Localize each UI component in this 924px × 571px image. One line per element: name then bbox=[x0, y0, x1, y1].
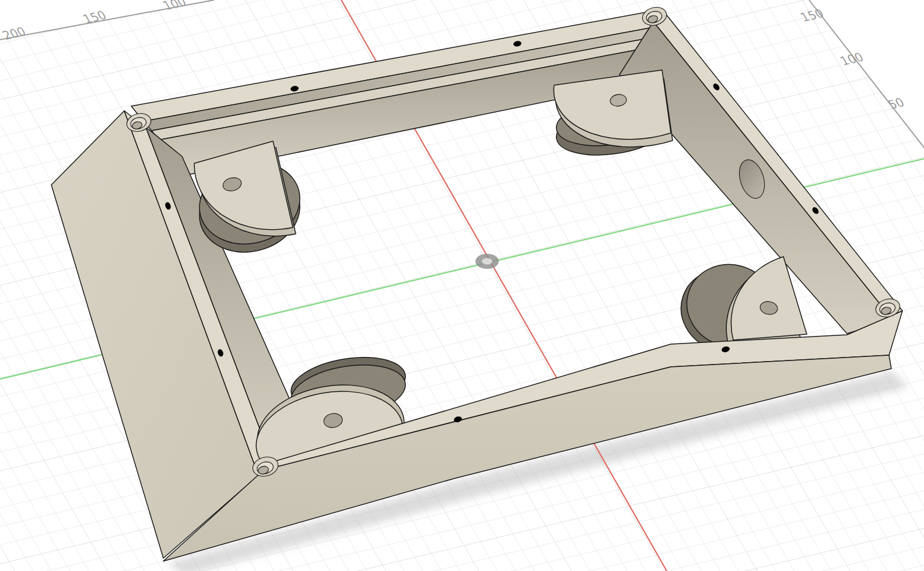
scene-svg[interactable]: 200 150 100 150 100 50 bbox=[0, 0, 924, 571]
origin-marker bbox=[475, 254, 499, 269]
cad-viewport[interactable]: 200 150 100 150 100 50 bbox=[0, 0, 924, 571]
origin-marker-center bbox=[482, 258, 492, 265]
